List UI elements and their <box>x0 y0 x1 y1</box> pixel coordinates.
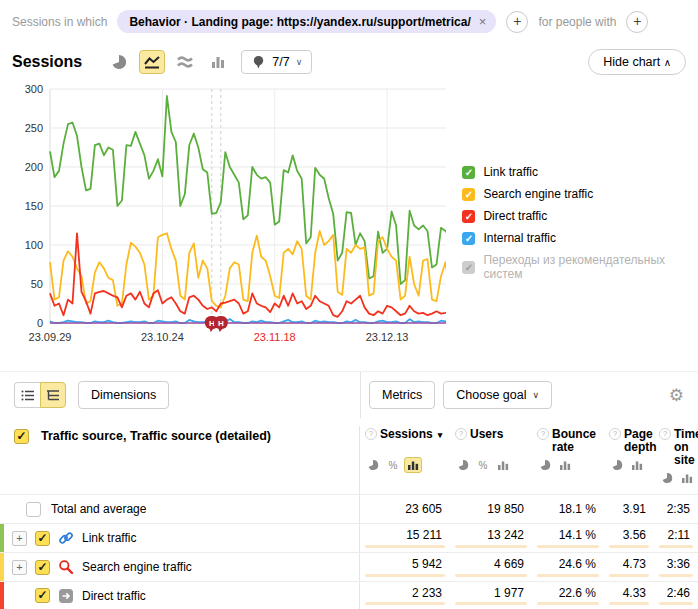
chevron-down-icon: ∨ <box>532 390 539 400</box>
table-toolbar: Dimensions Metrics Choose goal ∨ ⚙ <box>0 371 698 418</box>
legend-checkbox[interactable]: ✓ <box>462 188 475 201</box>
dimension-column-title[interactable]: Traffic source, Traffic source (detailed… <box>41 429 271 443</box>
row-label[interactable]: Search engine traffic <box>82 560 192 574</box>
remove-filter-icon[interactable]: × <box>479 14 487 29</box>
column-header-bounce-rate[interactable]: ? Bounce rate <box>532 426 604 454</box>
expand-row-button[interactable]: + <box>12 560 27 575</box>
expand-row-button[interactable]: + <box>12 531 27 546</box>
link-icon <box>58 530 74 546</box>
line-chart-type-icon[interactable] <box>139 50 165 74</box>
cell-value: 23 605 <box>405 502 442 516</box>
cell-value: 18.1 % <box>559 502 596 516</box>
help-icon[interactable]: ? <box>609 428 621 440</box>
chevron-up-icon: ∧ <box>664 57 671 68</box>
row-label[interactable]: Link traffic <box>82 531 136 545</box>
legend-label: Переходы из рекомендательных систем <box>483 253 692 281</box>
legend-label: Search engine traffic <box>483 187 593 201</box>
svg-text:150: 150 <box>25 200 43 212</box>
chart-title: Sessions <box>12 53 82 71</box>
pie-chart-type-icon[interactable] <box>106 50 132 74</box>
row-label[interactable]: Direct traffic <box>82 589 146 603</box>
add-session-filter-button[interactable]: + <box>506 11 528 33</box>
svg-text:23.10.24: 23.10.24 <box>141 331 184 343</box>
legend-label: Internal traffic <box>483 231 555 245</box>
row-checkbox[interactable] <box>26 502 41 517</box>
table-row-link-traffic: + ✓ Link traffic 15 211 13 242 14.1 % 3.… <box>0 523 698 552</box>
pie-toggle-icon[interactable] <box>536 457 554 473</box>
select-all-checkbox[interactable]: ✓ <box>14 429 29 444</box>
svg-text:0: 0 <box>37 317 43 329</box>
filter-chip-text: Behavior · Landing page: https://yandex.… <box>129 15 470 29</box>
sessions-chart[interactable]: 05010015020025030023.09.2923.10.2423.11.… <box>6 79 446 355</box>
chart-header: Sessions 7/7 ∨ Hide chart ∧ <box>0 41 698 77</box>
legend-item[interactable]: ✓Link traffic <box>462 165 692 179</box>
column-header-page-depth[interactable]: ? Page depth <box>604 426 654 454</box>
svg-text:23.12.13: 23.12.13 <box>366 331 409 343</box>
report-table-section: Dimensions Metrics Choose goal ∨ ⚙ ✓ Tra… <box>0 371 698 609</box>
pie-toggle-icon[interactable] <box>608 457 626 473</box>
segment-filter-bar: Sessions in which Behavior · Landing pag… <box>0 0 698 41</box>
row-checkbox[interactable]: ✓ <box>35 560 50 575</box>
bar-toggle-icon[interactable] <box>494 457 512 473</box>
svg-text:50: 50 <box>31 278 43 290</box>
pie-toggle-icon[interactable] <box>454 457 472 473</box>
bar-chart-type-icon[interactable] <box>205 50 231 74</box>
pie-toggle-icon[interactable] <box>364 457 382 473</box>
svg-text:200: 200 <box>25 161 43 173</box>
legend-item[interactable]: ✓Internal traffic <box>462 231 692 245</box>
comment-icon <box>251 54 266 70</box>
search-icon <box>58 559 74 575</box>
direct-arrow-icon <box>58 588 74 604</box>
bar-toggle-icon[interactable] <box>628 457 646 473</box>
chart-area: 05010015020025030023.09.2923.10.2423.11.… <box>0 77 698 355</box>
legend-checkbox[interactable]: ✓ <box>462 232 475 245</box>
legend-item[interactable]: ✓Search engine traffic <box>462 187 692 201</box>
cell-value: 19 850 <box>487 502 524 516</box>
help-icon[interactable]: ? <box>365 428 377 440</box>
legend-item[interactable]: ✓Direct traffic <box>462 209 692 223</box>
help-icon[interactable]: ? <box>659 428 671 440</box>
dimensions-button[interactable]: Dimensions <box>78 381 169 409</box>
hide-chart-button[interactable]: Hide chart ∧ <box>588 49 686 75</box>
stacked-area-type-icon[interactable] <box>172 50 198 74</box>
table-header: ✓ Traffic source, Traffic source (detail… <box>0 418 698 494</box>
column-header-sessions[interactable]: ? Sessions ▾ <box>360 426 450 454</box>
table-row-direct-traffic: ✓ Direct traffic 2 233 1 977 22.6 % 4.33… <box>0 581 698 609</box>
row-checkbox[interactable]: ✓ <box>35 588 50 603</box>
choose-goal-button[interactable]: Choose goal ∨ <box>443 381 552 409</box>
help-icon[interactable]: ? <box>455 428 467 440</box>
help-icon[interactable]: ? <box>537 428 549 440</box>
legend-item: ✓Переходы из рекомендательных систем <box>462 253 692 281</box>
svg-text:23.09.29: 23.09.29 <box>29 331 72 343</box>
legend-checkbox[interactable]: ✓ <box>462 210 475 223</box>
legend-checkbox: ✓ <box>462 261 475 274</box>
legend-label: Direct traffic <box>483 209 547 223</box>
annotations-dropdown[interactable]: 7/7 ∨ <box>241 50 312 74</box>
tree-view-icon[interactable] <box>40 382 66 408</box>
behavior-filter-chip[interactable]: Behavior · Landing page: https://yandex.… <box>117 10 496 33</box>
bar-toggle-icon[interactable] <box>404 457 422 473</box>
svg-text:100: 100 <box>25 239 43 251</box>
bar-toggle-icon[interactable] <box>556 457 574 473</box>
pie-toggle-icon[interactable] <box>658 470 676 486</box>
list-view-icon[interactable] <box>14 382 40 408</box>
metrics-button[interactable]: Metrics <box>369 381 435 409</box>
legend-checkbox[interactable]: ✓ <box>462 166 475 179</box>
chart-legend: ✓Link traffic✓Search engine traffic✓Dire… <box>462 79 692 355</box>
annotations-count: 7/7 <box>272 55 289 69</box>
chevron-down-icon: ∨ <box>296 57 303 67</box>
svg-text:Н: Н <box>218 319 224 328</box>
sessions-in-which-label: Sessions in which <box>12 15 107 29</box>
column-header-users[interactable]: ? Users <box>450 426 532 454</box>
add-people-filter-button[interactable]: + <box>626 11 648 33</box>
percent-toggle-icon[interactable]: % <box>384 457 402 473</box>
table-row-total: Total and average 23 605 19 850 18.1 % 3… <box>0 494 698 523</box>
svg-text:250: 250 <box>25 122 43 134</box>
row-label: Total and average <box>51 502 146 516</box>
svg-text:23.11.18: 23.11.18 <box>254 331 296 343</box>
column-header-time-on-site[interactable]: ? Time on site <box>654 426 698 467</box>
row-checkbox[interactable]: ✓ <box>35 531 50 546</box>
settings-gear-icon[interactable]: ⚙ <box>669 385 684 406</box>
percent-toggle-icon[interactable]: % <box>474 457 492 473</box>
bar-toggle-icon[interactable] <box>678 470 696 486</box>
